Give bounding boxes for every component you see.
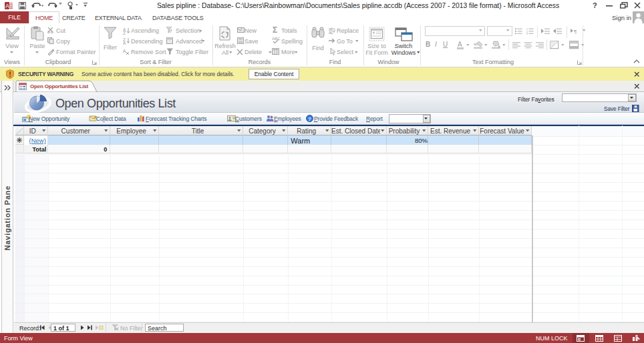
svg-text:?: ? [308,116,311,122]
svg-text:A: A [123,41,126,45]
svg-text:¶: ¶ [574,29,577,35]
svg-text:A: A [5,3,9,9]
svg-text:Z: Z [123,31,126,35]
svg-text:ABC: ABC [272,37,280,41]
svg-text:ac: ac [329,30,334,34]
svg-text:f: f [170,29,172,33]
svg-text:A: A [123,49,126,53]
svg-text:3: 3 [526,33,528,35]
